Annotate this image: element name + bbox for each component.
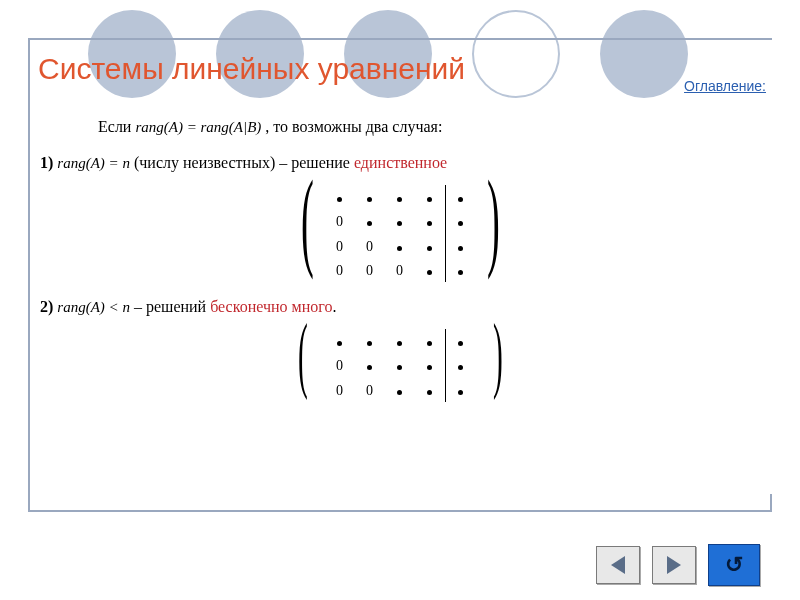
case2-text: – решений — [134, 298, 210, 315]
intro-formula: rang(A) = rang(A|B) — [135, 119, 261, 135]
matrix-zero: 0 — [336, 383, 343, 398]
matrix-cell: 0 — [355, 258, 385, 282]
matrix-dot — [397, 197, 402, 202]
matrix-dot — [458, 197, 463, 202]
frame-border — [770, 494, 772, 510]
matrix-cell — [325, 329, 355, 353]
case2-dot: . — [332, 298, 336, 315]
matrix-dot — [397, 221, 402, 226]
matrix-cell — [415, 209, 446, 233]
intro-line: Если rang(A) = rang(A|B) , то возможны д… — [98, 116, 760, 138]
matrix-cell — [355, 329, 385, 353]
matrix-cell: 0 — [325, 258, 355, 282]
matrix-cell: 0 — [325, 353, 355, 377]
matrix-row: 00 — [325, 378, 476, 402]
matrix-cell — [385, 353, 415, 377]
case1-formula: rang(A) = n — [57, 155, 130, 171]
matrix-cell — [415, 329, 446, 353]
matrix-cell — [415, 234, 446, 258]
matrix-cell: 0 — [355, 234, 385, 258]
matrix-dot — [427, 270, 432, 275]
matrix-row — [325, 329, 476, 353]
circle-decor — [472, 10, 560, 98]
triangle-right-icon — [667, 556, 681, 574]
matrix-cell — [385, 185, 415, 209]
matrix-zero: 0 — [366, 239, 373, 254]
matrix-dot — [427, 197, 432, 202]
nav-controls: ↺ — [596, 544, 760, 586]
case2-highlight: бесконечно много — [210, 298, 332, 315]
matrix-cell — [415, 378, 446, 402]
matrix-dot — [337, 197, 342, 202]
matrix-zero: 0 — [366, 263, 373, 278]
return-button[interactable]: ↺ — [708, 544, 760, 586]
matrix-cell — [445, 329, 476, 353]
u-turn-icon: ↺ — [725, 552, 743, 578]
case1-highlight: единственное — [354, 154, 447, 171]
matrix-row: 000 — [325, 258, 476, 282]
matrix-dot — [397, 246, 402, 251]
matrix-cell — [355, 353, 385, 377]
case1-number: 1) — [40, 154, 53, 171]
matrix-zero: 0 — [336, 239, 343, 254]
matrix-zero: 0 — [336, 358, 343, 373]
matrix-cell — [445, 378, 476, 402]
intro-suffix: , то возможны два случая: — [265, 118, 442, 135]
matrix-zero: 0 — [396, 263, 403, 278]
intro-prefix: Если — [98, 118, 135, 135]
matrix-cell — [385, 234, 415, 258]
matrix-dot — [367, 365, 372, 370]
matrix-dot — [458, 246, 463, 251]
matrix-dot — [367, 221, 372, 226]
matrix-zero: 0 — [336, 263, 343, 278]
matrix1: ( 000000 ) — [311, 181, 490, 287]
matrix-cell — [445, 258, 476, 282]
paren-left-icon: ( — [300, 177, 313, 263]
matrix-dot — [458, 341, 463, 346]
next-slide-button[interactable] — [652, 546, 696, 584]
matrix-dot — [458, 270, 463, 275]
case1-text: (числу неизвестных) – решение — [134, 154, 354, 171]
triangle-left-icon — [611, 556, 625, 574]
case2-line: 2) rang(A) < n – решений бесконечно мног… — [40, 296, 760, 318]
matrix-cell — [385, 209, 415, 233]
matrix-cell: 0 — [355, 378, 385, 402]
content-body: Если rang(A) = rang(A|B) , то возможны д… — [40, 108, 760, 416]
matrix-dot — [397, 341, 402, 346]
circle-decor — [600, 10, 688, 98]
matrix-cell — [385, 329, 415, 353]
matrix-dot — [458, 365, 463, 370]
paren-left-icon: ( — [298, 321, 308, 387]
paren-right-icon: ) — [487, 177, 500, 263]
matrix-cell — [445, 234, 476, 258]
matrix-dot — [458, 390, 463, 395]
matrix-dot — [427, 390, 432, 395]
matrix1-wrap: ( 000000 ) — [40, 181, 760, 287]
frame-border — [28, 38, 772, 40]
matrix-cell: 0 — [325, 234, 355, 258]
matrix-dot — [427, 365, 432, 370]
prev-slide-button[interactable] — [596, 546, 640, 584]
case2-formula: rang(A) < n — [57, 299, 130, 315]
matrix2-wrap: ( 000 ) — [40, 325, 760, 406]
matrix-zero: 0 — [336, 214, 343, 229]
matrix-row: 00 — [325, 234, 476, 258]
matrix-cell — [445, 353, 476, 377]
frame-border — [28, 38, 30, 510]
page-title: Системы линейных уравнений — [38, 52, 465, 86]
frame-border — [28, 510, 772, 512]
matrix-cell — [415, 353, 446, 377]
matrix-cell: 0 — [325, 378, 355, 402]
matrix-dot — [458, 221, 463, 226]
matrix-dot — [367, 341, 372, 346]
matrix-dot — [397, 390, 402, 395]
matrix-cell: 0 — [325, 209, 355, 233]
matrix-cell — [445, 185, 476, 209]
matrix-cell — [325, 185, 355, 209]
matrix-zero: 0 — [366, 383, 373, 398]
matrix-dot — [427, 341, 432, 346]
toc-link[interactable]: Оглавление: — [684, 78, 766, 94]
matrix-dot — [337, 341, 342, 346]
matrix-cell — [415, 185, 446, 209]
matrix-cell — [385, 378, 415, 402]
